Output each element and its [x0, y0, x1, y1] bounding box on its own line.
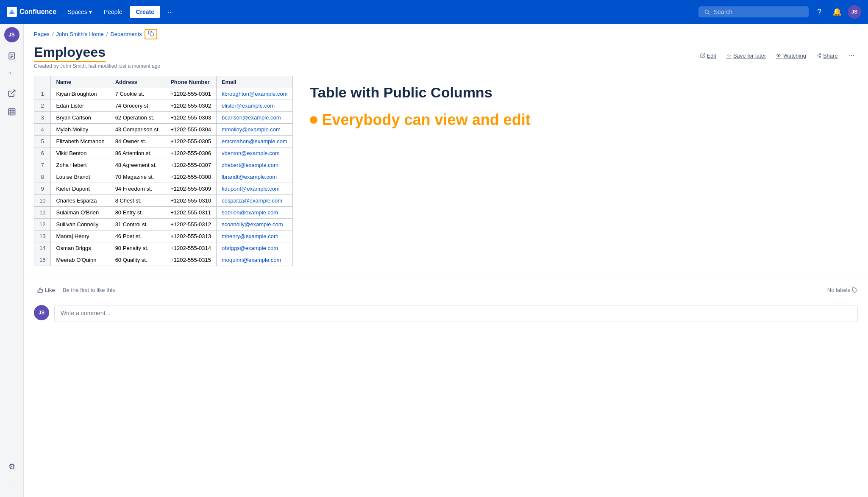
table-cell-email: kdupont@example.com: [216, 183, 293, 195]
table-header-row: NameAddressPhone NumberEmail: [34, 76, 293, 88]
svg-rect-11: [150, 33, 153, 36]
more-nav-button[interactable]: ···: [164, 6, 177, 18]
help-button[interactable]: ?: [812, 5, 826, 19]
sidebar-quote-icon[interactable]: ": [3, 66, 20, 83]
table-cell-num: 7: [34, 159, 51, 171]
table-cell-email-link[interactable]: vbenton@example.com: [222, 150, 280, 156]
breadcrumb-pages[interactable]: Pages: [34, 31, 50, 37]
table-cell-phone: +1202-555-0303: [165, 112, 217, 124]
table-cell-email-link[interactable]: obriggs@example.com: [222, 245, 278, 251]
table-cell-email: kbroughton@example.com: [216, 88, 293, 100]
search-box[interactable]: [698, 6, 809, 17]
table-cell-name: Vikki Benton: [51, 147, 110, 159]
user-avatar-sidebar[interactable]: JS: [4, 27, 19, 42]
table-cell-email: mhenry@example.com: [216, 230, 293, 242]
table-cell-email-link[interactable]: moquinn@example.com: [222, 257, 281, 263]
sidebar-external-link-icon[interactable]: [3, 85, 20, 102]
sidebar-resize-handle[interactable]: ⋮: [11, 477, 13, 494]
table-cell-email: vbenton@example.com: [216, 147, 293, 159]
table-row: 6Vikki Benton86 Attention st.+1202-555-0…: [34, 147, 293, 159]
breadcrumb-home[interactable]: John Smith's Home: [56, 31, 104, 37]
table-cell-address: 31 Control st.: [110, 219, 165, 230]
table-cell-name: Sulaiman O'Brien: [51, 207, 110, 219]
table-row: 8Louise Brandt70 Magazine st.+1202-555-0…: [34, 171, 293, 183]
table-row: 13Manraj Henry46 Poet st.+1202-555-0313m…: [34, 230, 293, 242]
table-cell-address: 86 Attention st.: [110, 147, 165, 159]
table-row: 4Mylah Molloy43 Comparison st.+1202-555-…: [34, 124, 293, 136]
table-cell-email-link[interactable]: sobrien@example.com: [222, 209, 278, 216]
table-cell-phone: +1202-555-0301: [165, 88, 217, 100]
table-cell-phone: +1202-555-0315: [165, 254, 217, 266]
table-cell-address: 94 Freedom st.: [110, 183, 165, 195]
table-row: 10Charles Esparza8 Chest st.+1202-555-03…: [34, 195, 293, 207]
sidebar-table-icon[interactable]: [3, 103, 20, 120]
table-cell-email-link[interactable]: mmolloy@example.com: [222, 126, 281, 133]
table-cell-num: 6: [34, 147, 51, 159]
comment-input[interactable]: Write a comment...: [54, 305, 858, 322]
breadcrumb-departments[interactable]: Departments: [110, 31, 142, 37]
search-input[interactable]: [714, 8, 798, 15]
table-row: 11Sulaiman O'Brien80 Entry st.+1202-555-…: [34, 207, 293, 219]
table-cell-address: 43 Comparison st.: [110, 124, 165, 136]
table-cell-email-link[interactable]: kbroughton@example.com: [222, 91, 288, 97]
people-nav-button[interactable]: People: [100, 6, 127, 18]
no-labels: No labels: [827, 287, 858, 293]
table-cell-num: 1: [34, 88, 51, 100]
breadcrumb: Pages / John Smith's Home / Departments: [24, 24, 868, 41]
table-cell-name: Bryan Carlson: [51, 112, 110, 124]
table-cell-name: Sullivan Connolly: [51, 219, 110, 230]
table-cell-name: Elizabeth Mcmahon: [51, 136, 110, 147]
notifications-button[interactable]: 🔔: [830, 5, 844, 19]
table-cell-email: mmolloy@example.com: [216, 124, 293, 136]
table-cell-num: 9: [34, 183, 51, 195]
table-cell-phone: +1202-555-0308: [165, 171, 217, 183]
table-cell-name: Mylah Molloy: [51, 124, 110, 136]
table-row: 3Bryan Carlson62 Operation st.+1202-555-…: [34, 112, 293, 124]
table-cell-email: sobrien@example.com: [216, 207, 293, 219]
table-cell-email-link[interactable]: lbrandt@example.com: [222, 174, 277, 180]
commenter-avatar: JS: [34, 305, 49, 320]
left-sidebar: JS " ⚙ ⋮: [0, 24, 24, 497]
table-cell-email-link[interactable]: zhebert@example.com: [222, 162, 278, 168]
table-cell-email-link[interactable]: cesparza@example.com: [222, 197, 282, 204]
create-button[interactable]: Create: [130, 6, 160, 18]
table-cell-address: 80 Entry st.: [110, 207, 165, 219]
breadcrumb-copy-icon[interactable]: [145, 29, 157, 39]
table-cell-phone: +1202-555-0307: [165, 159, 217, 171]
sidebar-settings-icon[interactable]: ⚙: [3, 458, 20, 475]
table-cell-phone: +1202-555-0313: [165, 230, 217, 242]
table-cell-num: 12: [34, 219, 51, 230]
table-cell-name: Kiefer Dupont: [51, 183, 110, 195]
table-cell-num: 5: [34, 136, 51, 147]
info-column: Table with Public Columns Everybody can …: [310, 76, 858, 266]
table-cell-email-link[interactable]: elister@example.com: [222, 103, 275, 109]
table-cell-phone: +1202-555-0309: [165, 183, 217, 195]
sidebar-page-icon[interactable]: [3, 47, 20, 64]
table-cell-email-link[interactable]: emcmahon@example.com: [222, 138, 287, 144]
table-cell-address: 74 Grocery st.: [110, 100, 165, 112]
table-cell-email-link[interactable]: bcarlson@example.com: [222, 114, 281, 121]
user-avatar[interactable]: JS: [848, 5, 861, 19]
table-header-cell: [34, 76, 51, 88]
page-footer: Like Be the first to like this No labels: [24, 280, 868, 300]
table-cell-email-link[interactable]: mhenry@example.com: [222, 233, 278, 239]
table-header-cell: Address: [110, 76, 165, 88]
like-button[interactable]: Like: [34, 285, 58, 295]
table-row: 9Kiefer Dupont94 Freedom st.+1202-555-03…: [34, 183, 293, 195]
table-cell-email-link[interactable]: sconnolly@example.com: [222, 221, 283, 228]
confluence-logo[interactable]: Confluence: [7, 7, 56, 17]
label-icon: [852, 287, 858, 293]
table-header-cell: Email: [216, 76, 293, 88]
bullet-dot-icon: [310, 116, 317, 124]
comment-area: JS Write a comment...: [24, 300, 868, 332]
main-content: Pages / John Smith's Home / Departments …: [24, 24, 868, 497]
table-cell-address: 48 Agreement st.: [110, 159, 165, 171]
table-cell-num: 14: [34, 242, 51, 254]
page-title: Employees: [34, 44, 106, 62]
spaces-menu-button[interactable]: Spaces ▾: [63, 6, 96, 18]
table-cell-email-link[interactable]: kdupont@example.com: [222, 186, 280, 192]
table-cell-name: Zoha Hebert: [51, 159, 110, 171]
table-row: 5Elizabeth Mcmahon84 Owner st.+1202-555-…: [34, 136, 293, 147]
table-row: 12Sullivan Connolly31 Control st.+1202-5…: [34, 219, 293, 230]
table-cell-address: 90 Penalty st.: [110, 242, 165, 254]
